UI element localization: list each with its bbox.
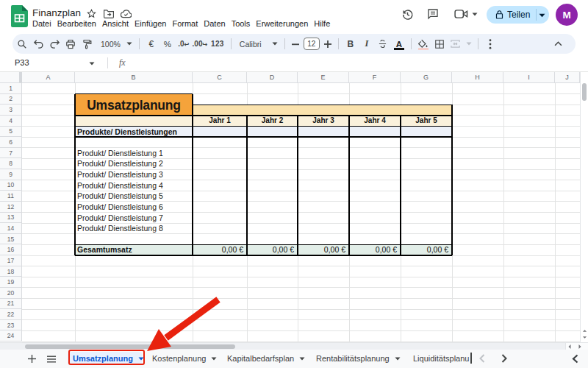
row-header-14[interactable]: 14: [0, 223, 22, 234]
column-header-I[interactable]: I: [503, 72, 555, 83]
scroll-right-icon[interactable]: [577, 344, 583, 350]
scroll-left-icon[interactable]: [567, 344, 573, 350]
row-header-23[interactable]: 23: [0, 320, 22, 331]
select-all-corner[interactable]: [0, 72, 22, 83]
row-header-15[interactable]: 15: [0, 234, 22, 245]
decrease-font-size-icon[interactable]: [289, 34, 302, 54]
column-header-E[interactable]: E: [298, 72, 349, 83]
format-percent-icon[interactable]: %: [159, 34, 176, 54]
version-history-icon[interactable]: [401, 8, 414, 21]
sheet-tab-3[interactable]: Kapitalbedarfsplan: [227, 352, 305, 365]
column-header-D[interactable]: D: [247, 72, 298, 83]
spreadsheet-grid[interactable]: ABCDEFGHIJ123456789101112131415161718192…: [0, 72, 580, 342]
sheet-tab-2[interactable]: Kostenplanung: [152, 352, 217, 365]
column-header-B[interactable]: B: [75, 72, 193, 83]
comment-icon[interactable]: [427, 8, 439, 20]
row-header-9[interactable]: 9: [0, 169, 22, 180]
menu-datei[interactable]: Datei: [32, 18, 51, 29]
share-button[interactable]: Teilen: [487, 6, 549, 24]
borders-icon[interactable]: [431, 34, 448, 54]
fill-color-icon[interactable]: [415, 34, 431, 54]
fx-icon[interactable]: fx: [119, 57, 126, 68]
redo-icon[interactable]: [46, 34, 62, 54]
menu-bearbeiten[interactable]: Bearbeiten: [57, 18, 96, 29]
increase-decimals-icon[interactable]: .00↪: [192, 34, 208, 54]
cloud-saved-icon[interactable]: [121, 9, 132, 18]
row-header-8[interactable]: 8: [0, 158, 22, 169]
menu-ansicht[interactable]: Ansicht: [102, 18, 129, 29]
name-box-caret-icon[interactable]: [89, 62, 95, 66]
sheet-tab-4[interactable]: Rentabilitätsplanung: [316, 352, 401, 365]
row-header-16[interactable]: 16: [0, 244, 22, 255]
row-header-12[interactable]: 12: [0, 202, 22, 213]
row-header-11[interactable]: 11: [0, 191, 22, 202]
row-header-5[interactable]: 5: [0, 127, 22, 138]
meet-camera-icon[interactable]: [454, 8, 468, 20]
horizontal-scrollbar-thumb[interactable]: [25, 344, 235, 349]
meet-caret-icon[interactable]: [471, 8, 478, 20]
account-avatar[interactable]: M: [556, 4, 578, 26]
text-color-icon[interactable]: A: [391, 34, 407, 54]
row-header-17[interactable]: 17: [0, 255, 22, 266]
row-header-4[interactable]: 4: [0, 116, 22, 127]
sheet-tab-caret-icon[interactable]: [299, 357, 305, 361]
row-header-13[interactable]: 13: [0, 213, 22, 224]
menu-format[interactable]: Format: [172, 18, 198, 29]
tabs-scroll-right-icon[interactable]: [501, 354, 507, 363]
row-header-21[interactable]: 21: [0, 299, 22, 310]
sheet-tab-5[interactable]: Liquiditätsplanu: [413, 352, 469, 365]
scroll-down-icon[interactable]: [582, 335, 587, 340]
undo-icon[interactable]: [30, 34, 46, 54]
column-header-C[interactable]: C: [193, 72, 247, 83]
scroll-up-icon[interactable]: [582, 328, 587, 333]
paint-format-icon[interactable]: [79, 34, 95, 54]
horizontal-scrollbar[interactable]: [0, 342, 588, 350]
menu-tools[interactable]: Tools: [232, 18, 251, 29]
format-currency-icon[interactable]: €: [143, 34, 159, 54]
sheet-tab-caret-icon[interactable]: [211, 357, 217, 361]
decrease-decimals-icon[interactable]: .0↩: [176, 34, 192, 54]
sheet-tab-caret-icon[interactable]: [395, 357, 401, 361]
share-caret-icon[interactable]: [539, 13, 545, 18]
vertical-scrollbar-thumb[interactable]: [582, 83, 587, 101]
document-title[interactable]: Finanzplan: [32, 7, 81, 18]
font-size-input[interactable]: 12: [304, 38, 320, 50]
increase-font-size-icon[interactable]: [321, 34, 334, 54]
menu-einfügen[interactable]: Einfügen: [135, 18, 166, 29]
italic-icon[interactable]: I: [359, 34, 375, 54]
row-header-3[interactable]: 3: [0, 105, 22, 116]
print-icon[interactable]: [62, 34, 79, 54]
add-sheet-icon[interactable]: [28, 355, 36, 363]
font-family-control[interactable]: Calibri: [235, 40, 281, 49]
bold-icon[interactable]: B: [343, 34, 359, 54]
merge-cells-icon[interactable]: [448, 34, 464, 54]
row-header-22[interactable]: 22: [0, 309, 22, 320]
strikethrough-icon[interactable]: [375, 34, 391, 54]
row-header-19[interactable]: 19: [0, 277, 22, 288]
sheets-logo-icon[interactable]: [11, 5, 28, 27]
search-icon[interactable]: [14, 34, 30, 54]
row-header-20[interactable]: 20: [0, 288, 22, 299]
all-sheets-icon[interactable]: [47, 355, 56, 363]
row-header-6[interactable]: 6: [0, 137, 22, 148]
row-header-7[interactable]: 7: [0, 148, 22, 159]
row-header-24[interactable]: 24: [0, 330, 22, 342]
more-options-icon[interactable]: [482, 34, 498, 54]
row-header-2[interactable]: 2: [0, 94, 22, 105]
menu-erweiterungen[interactable]: Erweiterungen: [256, 18, 308, 29]
row-header-1[interactable]: 1: [0, 83, 22, 94]
move-folder-icon[interactable]: [104, 9, 114, 18]
name-box[interactable]: P33: [15, 58, 29, 67]
hide-menus-icon[interactable]: [550, 34, 566, 54]
row-header-18[interactable]: 18: [0, 266, 22, 277]
vertical-scrollbar[interactable]: [580, 72, 588, 342]
column-header-H[interactable]: H: [452, 72, 503, 83]
column-header-G[interactable]: G: [401, 72, 452, 83]
column-header-J[interactable]: J: [555, 72, 580, 83]
row-header-10[interactable]: 10: [0, 180, 22, 191]
number-format-icon[interactable]: 123: [208, 34, 227, 54]
menu-hilfe[interactable]: Hilfe: [314, 18, 330, 29]
menu-daten[interactable]: Daten: [204, 18, 225, 29]
column-header-A[interactable]: A: [22, 72, 75, 83]
star-icon[interactable]: [87, 9, 96, 18]
